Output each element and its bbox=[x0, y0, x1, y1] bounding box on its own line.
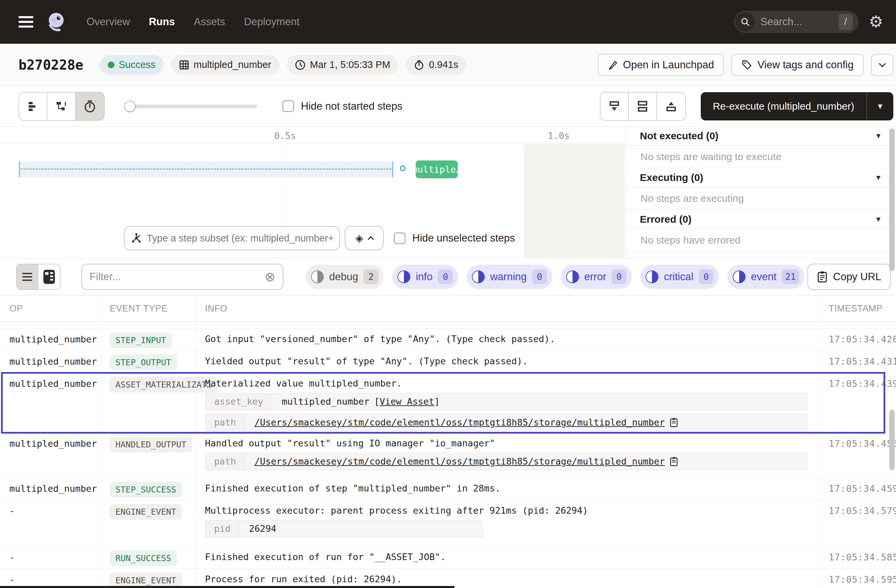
reexecute-dropdown-caret[interactable]: ▾ bbox=[867, 101, 893, 111]
view-asset-link[interactable]: View Asset bbox=[380, 396, 434, 407]
split-panes-button[interactable] bbox=[629, 93, 657, 120]
toggle-info[interactable]: info 0 bbox=[392, 265, 458, 289]
hide-not-started-checkbox[interactable] bbox=[282, 100, 294, 112]
log-view-mode-group bbox=[16, 264, 61, 290]
grid-icon bbox=[179, 60, 189, 70]
event-type-badge: HANDLED_OUTPUT bbox=[110, 437, 192, 453]
layers-icon: ◈ bbox=[355, 233, 363, 243]
gantt-step-box[interactable]: multiple… bbox=[416, 161, 458, 178]
view-tags-config-button[interactable]: View tags and config bbox=[731, 54, 864, 76]
run-actions-dropdown-button[interactable] bbox=[871, 54, 893, 76]
step-subset-row: ◈ Hide unselected steps bbox=[124, 226, 515, 250]
toggle-knob-icon bbox=[646, 270, 658, 283]
timestamp: 17:05:34.455 bbox=[821, 433, 896, 478]
toggle-knob-icon bbox=[733, 270, 745, 283]
table-row-partial bbox=[0, 322, 896, 329]
gantt-view-mode-group bbox=[18, 92, 105, 121]
nav-link-runs[interactable]: Runs bbox=[149, 16, 175, 28]
toggle-critical[interactable]: critical 0 bbox=[640, 265, 719, 289]
op-selector-icon bbox=[131, 232, 142, 244]
log-scrollbar-thumb[interactable] bbox=[889, 410, 894, 470]
slider-handle[interactable] bbox=[124, 100, 136, 112]
toggle-debug[interactable]: debug 2 bbox=[306, 265, 384, 289]
table-row: - RUN_SUCCESS Finished execution of run … bbox=[0, 547, 896, 569]
section-empty-message: No steps are waiting to execute bbox=[626, 146, 896, 168]
list-view-icon bbox=[22, 271, 32, 283]
timestamp: 17:05:34.585 bbox=[821, 547, 896, 568]
search-input[interactable] bbox=[760, 16, 838, 28]
pencil-icon bbox=[608, 60, 618, 70]
graph-query-toggle-button[interactable]: ◈ bbox=[345, 226, 384, 250]
page-scrollbar-thumb[interactable] bbox=[889, 129, 894, 271]
nav-link-overview[interactable]: Overview bbox=[87, 16, 130, 28]
section-not-executed[interactable]: Not executed (0) ▼ bbox=[626, 126, 896, 146]
dagster-run-page: Overview Runs Assets Deployment / ⚙ b270… bbox=[0, 0, 896, 588]
step-subset-input[interactable] bbox=[147, 233, 333, 244]
search-shortcut-badge: / bbox=[838, 14, 853, 30]
tag-icon bbox=[742, 59, 752, 70]
timed-view-button[interactable] bbox=[76, 93, 104, 120]
step-start-marker-icon bbox=[400, 166, 405, 171]
path-link[interactable]: /Users/smackesey/stm/code/elementl/oss/t… bbox=[254, 417, 665, 428]
count-badge: 0 bbox=[438, 269, 453, 284]
timeline-tick: 0.5s bbox=[274, 131, 296, 141]
log-toolbar: ⊗ debug 2 info 0 warning 0 error 0 bbox=[0, 258, 896, 295]
table-row: - ENGINE_EVENT Multiprocess executor: pa… bbox=[0, 500, 896, 547]
clipboard-icon bbox=[817, 271, 828, 283]
col-event-type: EVENT TYPE bbox=[102, 295, 197, 322]
nav-link-deployment[interactable]: Deployment bbox=[244, 16, 300, 28]
log-filter-input[interactable] bbox=[90, 271, 265, 283]
count-badge: 0 bbox=[532, 269, 547, 284]
table-row: multipled_number HANDLED_OUTPUT Handled … bbox=[0, 433, 896, 478]
hide-not-started-control: Hide not started steps bbox=[282, 100, 402, 112]
reexecute-button[interactable]: Re-execute (multipled_number) ▾ bbox=[701, 92, 893, 120]
timestamp: 17:05:34.579 bbox=[821, 500, 896, 546]
toggle-knob-icon bbox=[566, 270, 579, 283]
gantt-timeline-header: 0.5s 1.0s bbox=[0, 126, 626, 144]
structured-list-view-button[interactable] bbox=[17, 264, 38, 289]
raw-log-view-button[interactable] bbox=[38, 264, 60, 289]
collapse-down-button[interactable] bbox=[600, 93, 629, 120]
toggle-knob-icon bbox=[311, 270, 324, 283]
status-dot-icon bbox=[108, 62, 114, 68]
toggle-warning[interactable]: warning 0 bbox=[466, 265, 552, 289]
timestamp: 17:05:34.426 bbox=[821, 329, 896, 351]
section-empty-message: No steps are executing bbox=[626, 187, 896, 210]
clear-filter-icon[interactable]: ⊗ bbox=[265, 270, 275, 283]
hide-unselected-label: Hide unselected steps bbox=[412, 232, 515, 244]
waterfall-view-button[interactable] bbox=[47, 93, 76, 120]
event-type-badge: STEP_OUTPUT bbox=[110, 354, 177, 370]
table-row: - ENGINE_EVENT Process for run exited (p… bbox=[0, 569, 896, 588]
metadata-row-path: path /Users/smackesey/stm/code/elementl/… bbox=[205, 453, 808, 470]
section-errored[interactable]: Errored (0) ▼ bbox=[626, 210, 896, 229]
flat-view-button[interactable] bbox=[19, 93, 47, 120]
toggle-error[interactable]: error 0 bbox=[561, 265, 632, 289]
hamburger-menu-icon[interactable] bbox=[18, 14, 34, 30]
global-search[interactable]: / bbox=[734, 11, 859, 33]
section-caret-icon: ▼ bbox=[875, 132, 882, 140]
collapse-up-button[interactable] bbox=[657, 93, 685, 120]
col-info: INFO bbox=[197, 295, 821, 322]
job-tag[interactable]: multipled_number bbox=[171, 55, 279, 75]
event-type-badge: STEP_INPUT bbox=[110, 332, 172, 348]
toggle-event[interactable]: event 21 bbox=[727, 265, 805, 289]
open-in-launchpad-button[interactable]: Open in Launchpad bbox=[598, 54, 724, 76]
section-executing[interactable]: Executing (0) ▼ bbox=[626, 168, 896, 187]
selection-band[interactable] bbox=[19, 161, 393, 177]
step-subset-inputwrap[interactable] bbox=[124, 226, 340, 250]
copy-path-icon[interactable] bbox=[669, 456, 678, 466]
path-link[interactable]: /Users/smackesey/stm/code/elementl/oss/t… bbox=[254, 456, 665, 467]
dagster-logo-icon[interactable] bbox=[46, 11, 67, 33]
copy-url-button[interactable]: Copy URL bbox=[808, 264, 891, 290]
copy-path-icon[interactable] bbox=[669, 418, 678, 427]
log-filter-inputwrap[interactable]: ⊗ bbox=[81, 264, 283, 290]
hide-not-started-label: Hide not started steps bbox=[301, 100, 402, 112]
event-type-badge: ENGINE_EVENT bbox=[110, 504, 182, 520]
slider-track[interactable] bbox=[128, 105, 257, 108]
nav-link-assets[interactable]: Assets bbox=[194, 16, 225, 28]
gear-icon[interactable]: ⚙ bbox=[869, 14, 883, 30]
hide-unselected-checkbox[interactable] bbox=[394, 232, 405, 244]
status-badge: Success bbox=[100, 55, 164, 75]
hide-unselected-control: Hide unselected steps bbox=[394, 232, 515, 244]
zoom-slider[interactable] bbox=[124, 92, 259, 120]
